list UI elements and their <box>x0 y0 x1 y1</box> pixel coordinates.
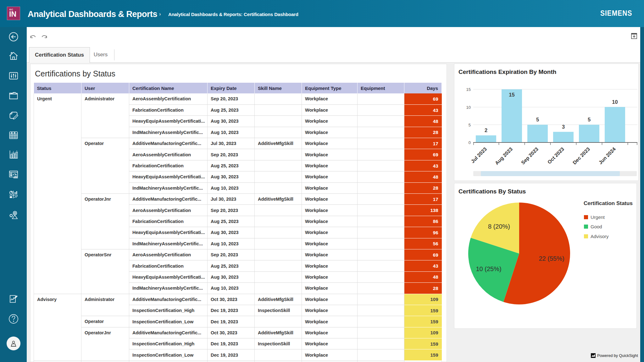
svg-text:Dec 2023: Dec 2023 <box>572 146 591 165</box>
svg-text:10: 10 <box>612 99 618 105</box>
svg-text:5: 5 <box>469 123 471 127</box>
svg-text:Good: Good <box>591 224 602 229</box>
svg-text:8 (20%): 8 (20%) <box>488 223 510 230</box>
svg-text:Jul 2023: Jul 2023 <box>470 146 488 164</box>
svg-text:10: 10 <box>466 105 471 110</box>
svg-text:Certification Status: Certification Status <box>584 200 633 206</box>
svg-text:15: 15 <box>466 87 471 92</box>
svg-text:3: 3 <box>562 124 565 130</box>
svg-text:2: 2 <box>485 127 487 133</box>
svg-text:22 (55%): 22 (55%) <box>539 255 564 262</box>
svg-text:Aug 2023: Aug 2023 <box>494 146 514 166</box>
svg-text:Advisory: Advisory <box>591 234 609 239</box>
svg-text:15: 15 <box>509 92 514 97</box>
svg-text:Sep 2023: Sep 2023 <box>520 146 539 165</box>
svg-text:Urgent: Urgent <box>591 214 605 220</box>
svg-text:Jun 2024: Jun 2024 <box>598 146 617 165</box>
svg-text:Oct 2023: Oct 2023 <box>547 146 565 165</box>
svg-text:5: 5 <box>536 117 539 122</box>
svg-text:5: 5 <box>588 117 591 122</box>
svg-text:10 (25%): 10 (25%) <box>476 265 501 272</box>
svg-text:0: 0 <box>469 140 471 145</box>
